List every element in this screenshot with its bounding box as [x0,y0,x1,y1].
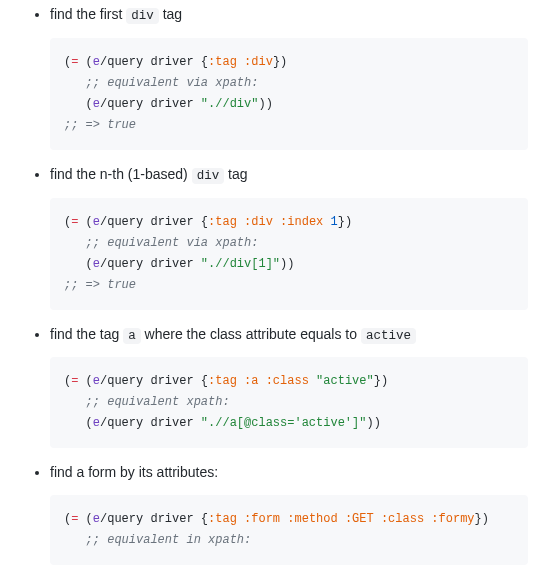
item-description: find a form by its attributes: [50,462,522,483]
desc-text: find a form by its attributes: [50,464,218,480]
list-item: find a form by its attributes: (= (e/que… [50,462,522,565]
inline-code: div [126,8,159,24]
item-description: find the first div tag [50,4,522,26]
code-block[interactable]: (= (e/query driver {:tag :div}) ;; equiv… [50,38,528,150]
desc-text: find the first [50,6,126,22]
list-item: find the first div tag (= (e/query drive… [50,4,522,150]
item-description: find the tag a where the class attribute… [50,324,522,346]
desc-text: where the class attribute equals to [141,326,361,342]
example-list: find the first div tag (= (e/query drive… [0,4,538,565]
item-description: find the n-th (1-based) div tag [50,164,522,186]
desc-text: tag [224,166,247,182]
inline-code: div [192,168,225,184]
code-block[interactable]: (= (e/query driver {:tag :div :index 1})… [50,198,528,310]
inline-code: active [361,328,416,344]
desc-text: find the tag [50,326,123,342]
code-block[interactable]: (= (e/query driver {:tag :a :class "acti… [50,357,528,448]
code-block[interactable]: (= (e/query driver {:tag :form :method :… [50,495,528,565]
desc-text: tag [159,6,182,22]
desc-text: find the n-th (1-based) [50,166,192,182]
list-item: find the n-th (1-based) div tag (= (e/qu… [50,164,522,310]
page-root: find the first div tag (= (e/query drive… [0,0,538,578]
list-item: find the tag a where the class attribute… [50,324,522,449]
inline-code: a [123,328,141,344]
